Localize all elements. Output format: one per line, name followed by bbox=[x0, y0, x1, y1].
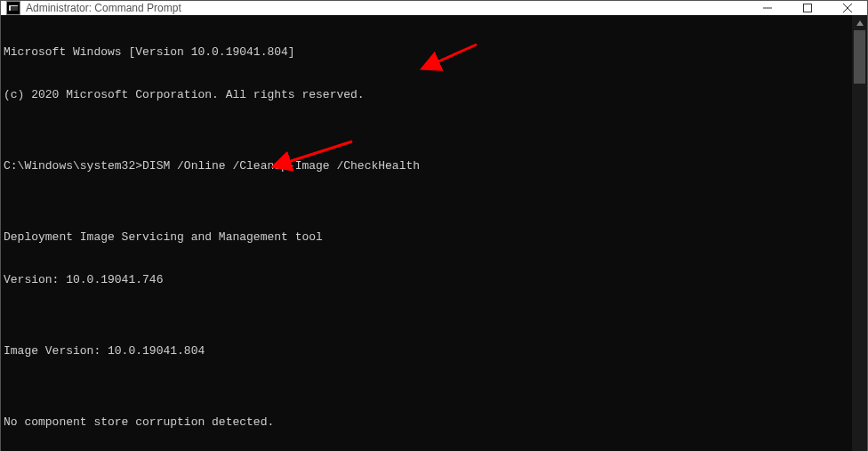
output-line: (c) 2020 Microsoft Corporation. All righ… bbox=[4, 88, 852, 102]
titlebar[interactable]: Administrator: Command Prompt bbox=[1, 1, 867, 15]
close-icon bbox=[843, 4, 852, 12]
cmd-icon bbox=[6, 1, 20, 15]
maximize-button[interactable] bbox=[787, 1, 827, 15]
command-prompt-window: Administrator: Command Prompt Microsoft … bbox=[0, 0, 868, 451]
terminal-output[interactable]: Microsoft Windows [Version 10.0.19041.80… bbox=[1, 15, 852, 451]
window-title: Administrator: Command Prompt bbox=[26, 2, 747, 14]
scrollbar-thumb[interactable] bbox=[854, 30, 865, 84]
window-controls bbox=[747, 1, 867, 15]
terminal-area: Microsoft Windows [Version 10.0.19041.80… bbox=[1, 15, 867, 451]
scroll-up-button[interactable] bbox=[852, 15, 867, 30]
output-line: Image Version: 10.0.19041.804 bbox=[4, 344, 852, 358]
vertical-scrollbar[interactable] bbox=[852, 15, 867, 451]
output-line: No component store corruption detected. bbox=[4, 415, 852, 430]
output-line: Version: 10.0.19041.746 bbox=[4, 273, 852, 287]
maximize-icon bbox=[803, 4, 812, 12]
minimize-icon bbox=[763, 4, 772, 12]
close-button[interactable] bbox=[827, 1, 867, 15]
minimize-button[interactable] bbox=[747, 1, 787, 15]
svg-rect-1 bbox=[803, 4, 811, 12]
prompt-line: C:\Windows\system32>DISM /Online /Cleanu… bbox=[4, 159, 852, 173]
output-line: Deployment Image Servicing and Managemen… bbox=[4, 230, 852, 245]
output-line: Microsoft Windows [Version 10.0.19041.80… bbox=[4, 45, 852, 60]
chevron-up-icon bbox=[856, 20, 864, 26]
scrollbar-track[interactable] bbox=[852, 30, 867, 451]
